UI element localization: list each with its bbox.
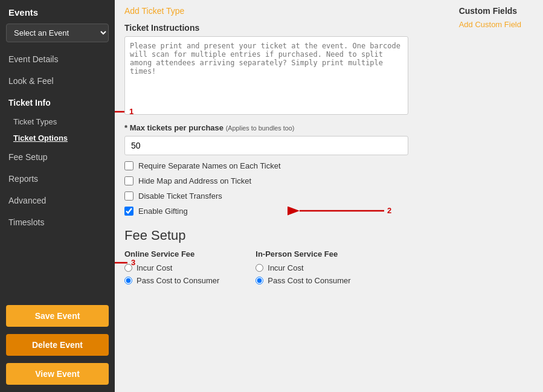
online-fee-col: Online Service Fee Incur Cost Pass Cost … xyxy=(124,249,219,289)
sidebar-item-advanced[interactable]: Advanced xyxy=(0,190,115,211)
max-tickets-label: * Max tickets per purchase (Applies to b… xyxy=(124,123,408,132)
events-label: Events xyxy=(0,0,115,20)
ticket-instructions-label: Ticket Instructions xyxy=(124,23,408,33)
in-person-incur-radio[interactable] xyxy=(255,264,263,272)
sidebar-item-ticket-info[interactable]: Ticket Info xyxy=(0,92,115,114)
in-person-pass-label: Pass Cost to Consumer xyxy=(268,276,350,285)
chk-hide-map[interactable] xyxy=(124,176,133,185)
online-pass-cost-row: Pass Cost to Consumer xyxy=(124,276,219,285)
online-pass-label: Pass Cost to Consumer xyxy=(137,276,219,285)
fee-columns: Online Service Fee Incur Cost Pass Cost … xyxy=(124,249,533,289)
checkbox-separate-names: Require Separate Names on Each Ticket xyxy=(124,161,408,170)
chk-disable-transfers[interactable] xyxy=(124,191,133,201)
main-content: 1 Add Ticket Type Ticket Instructions * … xyxy=(115,0,543,392)
in-person-pass-radio[interactable] xyxy=(255,277,263,284)
sidebar-item-ticket-options[interactable]: Ticket Options xyxy=(0,130,115,146)
chk-disable-transfers-label: Disable Ticket Transfers xyxy=(138,191,222,201)
online-pass-radio[interactable] xyxy=(124,277,132,284)
online-incur-radio[interactable] xyxy=(124,264,132,272)
sidebar-item-event-details[interactable]: Event Details xyxy=(0,48,115,70)
event-select[interactable]: Select an Event xyxy=(6,24,109,42)
in-person-fee-col: In-Person Service Fee Incur Cost Pass Co… xyxy=(255,249,350,289)
chk-enable-gifting[interactable] xyxy=(124,207,133,216)
in-person-pass-row: Pass Cost to Consumer xyxy=(255,276,350,285)
fee-setup-section: Fee Setup Online Service Fee Incur Cost … xyxy=(124,228,533,289)
in-person-incur-row: Incur Cost xyxy=(255,263,350,272)
checkbox-hide-map: Hide Map and Address on Ticket xyxy=(124,176,408,185)
in-person-incur-label: Incur Cost xyxy=(268,263,303,272)
arrow2-annotation: 2 xyxy=(294,204,390,222)
add-custom-field-link[interactable]: Add Custom Field xyxy=(459,20,521,29)
checkbox-enable-gifting: Enable Gifting 2 xyxy=(124,207,408,216)
sidebar-item-ticket-types[interactable]: Ticket Types xyxy=(0,114,115,130)
chk-enable-gifting-label: Enable Gifting xyxy=(138,207,188,216)
chk-separate-names[interactable] xyxy=(124,161,133,170)
svg-text:2: 2 xyxy=(387,206,391,215)
online-incur-label: Incur Cost xyxy=(137,263,172,272)
save-event-button[interactable]: Save Event xyxy=(6,305,109,327)
custom-fields-panel: Custom Fields Add Custom Field xyxy=(459,6,521,29)
fee-setup-title: Fee Setup xyxy=(124,228,533,243)
online-fee-label: Online Service Fee xyxy=(124,249,219,259)
chk-separate-names-label: Require Separate Names on Each Ticket xyxy=(138,161,281,170)
chk-hide-map-label: Hide Map and Address on Ticket xyxy=(138,176,251,185)
view-event-button[interactable]: View Event xyxy=(6,363,109,385)
sidebar-item-look-feel[interactable]: Look & Feel xyxy=(0,70,115,92)
sidebar-item-timeslots[interactable]: Timeslots xyxy=(0,211,115,233)
in-person-fee-label: In-Person Service Fee xyxy=(255,249,350,259)
sidebar-item-fee-setup[interactable]: Fee Setup xyxy=(0,146,115,168)
delete-event-button[interactable]: Delete Event xyxy=(6,334,109,356)
sidebar: Events Select an Event Event Details Loo… xyxy=(0,0,115,392)
ticket-instructions-textarea[interactable] xyxy=(124,36,408,115)
custom-fields-label: Custom Fields xyxy=(459,6,521,16)
online-incur-cost-row: Incur Cost xyxy=(124,263,219,272)
sidebar-item-reports[interactable]: Reports xyxy=(0,168,115,190)
checkbox-disable-transfers: Disable Ticket Transfers xyxy=(124,191,408,201)
content-wrapper: 1 Add Ticket Type Ticket Instructions * … xyxy=(124,6,533,289)
max-tickets-input[interactable] xyxy=(124,136,408,155)
